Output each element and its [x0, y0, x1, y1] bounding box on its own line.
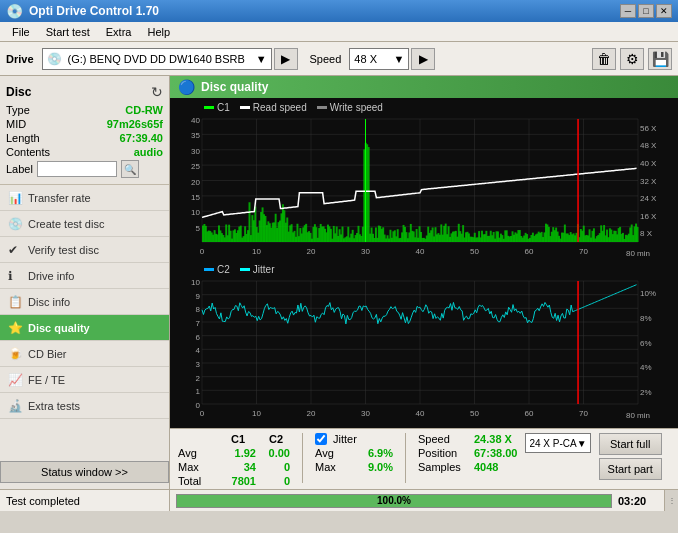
cav-selector[interactable]: 24 X P-CA ▼ — [525, 433, 590, 453]
avg-c1: 1.92 — [220, 447, 256, 459]
menu-extra[interactable]: Extra — [98, 24, 140, 40]
charts-area: C1 Read speed Write speed — [170, 98, 678, 428]
sidebar-nav: 📊 Transfer rate 💿 Create test disc ✔ Ver… — [0, 185, 169, 419]
cav-value: 24 X P-CA — [529, 438, 576, 449]
c1c2-stats: C1 C2 Avg 1.92 0.00 Max 34 0 Total 7801 … — [178, 433, 290, 487]
chart2-container: C2 Jitter — [174, 264, 674, 424]
maximize-button[interactable]: □ — [638, 4, 654, 18]
progress-percent: 100.0% — [377, 495, 411, 506]
stats-area: C1 C2 Avg 1.92 0.00 Max 34 0 Total 7801 … — [170, 428, 678, 489]
menu-file[interactable]: File — [4, 24, 38, 40]
c1-header: C1 — [220, 433, 256, 445]
jitter-avg-val: 6.9% — [357, 447, 393, 459]
c2-header: C2 — [262, 433, 290, 445]
speed-apply-btn[interactable]: ▶ — [411, 48, 435, 70]
status-bar: Test completed 100.0% 03:20 ⋮ — [0, 489, 678, 511]
disc-label-label: Label — [6, 163, 33, 175]
status-completed: Test completed — [0, 490, 170, 511]
jitter-label: Jitter — [333, 433, 357, 445]
disc-panel: Disc ↻ Type CD-RW MID 97m26s65f Length 6… — [0, 80, 169, 185]
sidebar-item-cd-bier[interactable]: 🍺 CD Bier — [0, 341, 169, 367]
sidebar-item-verify-test-disc[interactable]: ✔ Verify test disc — [0, 237, 169, 263]
disc-quality-icon: ⭐ — [8, 321, 23, 335]
max-c2: 0 — [262, 461, 290, 473]
start-full-button[interactable]: Start full — [599, 433, 662, 455]
speed-info: Speed 24.38 X Position 67:38.00 Samples … — [418, 433, 517, 473]
jitter-checkbox[interactable] — [315, 433, 327, 445]
chart1-legend: C1 Read speed Write speed — [174, 102, 674, 113]
close-button[interactable]: ✕ — [656, 4, 672, 18]
speed-value: 24.38 X — [474, 433, 512, 445]
minimize-button[interactable]: ─ — [620, 4, 636, 18]
erase-btn[interactable]: 🗑 — [592, 48, 616, 70]
stats-sep2 — [405, 433, 406, 483]
right-panel: 🔵 Disc quality C1 Read speed — [170, 76, 678, 489]
avg-label: Avg — [178, 447, 214, 459]
disc-refresh-btn[interactable]: ↻ — [151, 84, 163, 100]
sidebar: Disc ↻ Type CD-RW MID 97m26s65f Length 6… — [0, 76, 170, 489]
cd-bier-icon: 🍺 — [8, 347, 23, 361]
position-label: Position — [418, 447, 468, 459]
total-c2: 0 — [262, 475, 290, 487]
sidebar-item-create-test-disc[interactable]: 💿 Create test disc — [0, 211, 169, 237]
sidebar-item-extra-tests[interactable]: 🔬 Extra tests — [0, 393, 169, 419]
verify-test-disc-icon: ✔ — [8, 243, 18, 257]
samples-value: 4048 — [474, 461, 498, 473]
status-progress-area: 100.0% 03:20 — [170, 494, 664, 508]
avg-c2: 0.00 — [262, 447, 290, 459]
sidebar-item-fe-te[interactable]: 📈 FE / TE — [0, 367, 169, 393]
position-value: 67:38.00 — [474, 447, 517, 459]
drive-selector[interactable]: 💿 (G:) BENQ DVD DD DW1640 BSRB ▼ — [42, 48, 272, 70]
speed-selector[interactable]: 48 X ▼ — [349, 48, 409, 70]
length-label: Length — [6, 132, 40, 144]
sidebar-item-disc-quality[interactable]: ⭐ Disc quality — [0, 315, 169, 341]
chart2-canvas — [174, 277, 674, 424]
drive-action-btn[interactable]: ▶ — [274, 48, 298, 70]
max-c1: 34 — [220, 461, 256, 473]
chart2-legend: C2 Jitter — [174, 264, 674, 275]
settings-btn[interactable]: ⚙ — [620, 48, 644, 70]
sidebar-item-transfer-rate[interactable]: 📊 Transfer rate — [0, 185, 169, 211]
progress-bar: 100.0% — [176, 494, 612, 508]
jitter-avg-label: Avg — [315, 447, 351, 459]
sidebar-item-disc-info[interactable]: 📋 Disc info — [0, 289, 169, 315]
samples-label: Samples — [418, 461, 468, 473]
drive-info-icon: ℹ — [8, 269, 13, 283]
chart1-container: C1 Read speed Write speed — [174, 102, 674, 262]
transfer-rate-icon: 📊 — [8, 191, 23, 205]
status-text: Test completed — [6, 495, 80, 507]
type-label: Type — [6, 104, 30, 116]
menu-help[interactable]: Help — [139, 24, 178, 40]
max-label: Max — [178, 461, 214, 473]
jitter-max-val: 9.0% — [357, 461, 393, 473]
disc-label-input[interactable] — [37, 161, 117, 177]
total-c1: 7801 — [220, 475, 256, 487]
menu-start-test[interactable]: Start test — [38, 24, 98, 40]
mid-value: 97m26s65f — [107, 118, 163, 130]
action-buttons: Start full Start part — [599, 433, 662, 480]
disc-quality-title: Disc quality — [201, 80, 268, 94]
status-window-btn[interactable]: Status window >> — [0, 461, 169, 483]
start-part-button[interactable]: Start part — [599, 458, 662, 480]
save-btn[interactable]: 💾 — [648, 48, 672, 70]
type-value: CD-RW — [125, 104, 163, 116]
stats-sep1 — [302, 433, 303, 483]
legend-write-speed: Write speed — [317, 102, 383, 113]
disc-quality-header-icon: 🔵 — [178, 79, 195, 95]
toolbar: Drive 💿 (G:) BENQ DVD DD DW1640 BSRB ▼ ▶… — [0, 42, 678, 76]
resize-handle[interactable]: ⋮ — [664, 490, 678, 511]
contents-label: Contents — [6, 146, 50, 158]
extra-tests-icon: 🔬 — [8, 399, 23, 413]
jitter-stats: Jitter Avg 6.9% Max 9.0% — [315, 433, 393, 473]
disc-quality-header: 🔵 Disc quality — [170, 76, 678, 98]
main-content: Disc ↻ Type CD-RW MID 97m26s65f Length 6… — [0, 76, 678, 489]
label-icon-btn[interactable]: 🔍 — [121, 160, 139, 178]
drive-label: Drive — [6, 53, 34, 65]
sidebar-item-drive-info[interactable]: ℹ Drive info — [0, 263, 169, 289]
chart1-canvas — [174, 115, 674, 262]
progress-time: 03:20 — [618, 495, 658, 507]
speed-label-key: Speed — [418, 433, 468, 445]
app-title: Opti Drive Control 1.70 — [29, 4, 159, 18]
title-bar: 💿 Opti Drive Control 1.70 ─ □ ✕ — [0, 0, 678, 22]
contents-value: audio — [134, 146, 163, 158]
